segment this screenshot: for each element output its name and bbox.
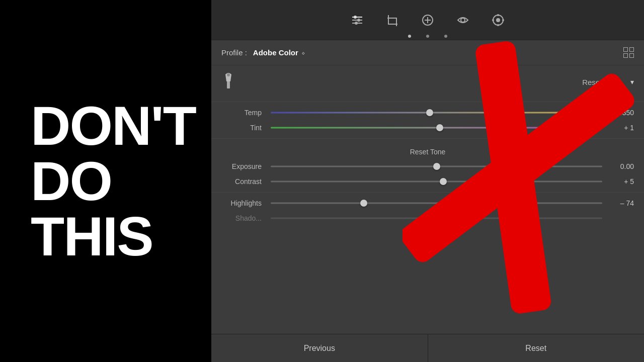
contrast-value: + 5 <box>611 177 634 186</box>
main-content: Profile : Adobe Color ⬦ <box>211 40 644 334</box>
highlights-divider <box>211 192 644 193</box>
profile-select[interactable]: Adobe Color ⬦ <box>253 48 305 57</box>
svg-rect-16 <box>227 81 230 88</box>
adjustments-icon[interactable] <box>347 10 367 30</box>
reset-button[interactable]: Reset <box>428 334 645 362</box>
tint-slider-track[interactable] <box>271 127 602 129</box>
grid-sq-2 <box>629 47 634 52</box>
grid-sq-3 <box>623 53 628 58</box>
dont-do-this-title: Don't Do This <box>16 98 196 264</box>
title-line3: This <box>31 209 196 264</box>
tint-row: Tint + 1 <box>211 120 644 135</box>
white-balance-row: Reset WB : ▾ <box>211 65 644 99</box>
shadows-label: Shado... <box>221 214 262 222</box>
presets-icon[interactable] <box>488 10 508 30</box>
contrast-slider-track[interactable] <box>271 180 602 183</box>
svg-point-14 <box>492 19 494 21</box>
previous-button[interactable]: Previous <box>211 334 428 362</box>
svg-point-1 <box>354 16 357 19</box>
svg-point-5 <box>355 22 358 25</box>
grid-sq-4 <box>629 53 634 58</box>
contrast-label: Contrast <box>221 177 262 186</box>
svg-point-15 <box>502 19 504 21</box>
profile-value: Adobe Color <box>253 48 298 57</box>
grid-squares <box>623 47 634 58</box>
temp-track-fill <box>271 112 602 114</box>
shadows-slider-thumb[interactable] <box>433 215 440 222</box>
contrast-row: Contrast + 5 <box>211 174 644 189</box>
highlights-value: – 74 <box>611 199 634 207</box>
svg-point-9 <box>461 18 465 22</box>
grid-sq-1 <box>623 47 628 52</box>
wb-divider <box>211 102 644 102</box>
toolbar-dots <box>211 35 644 38</box>
scroll-indicator: ▾ <box>211 226 644 235</box>
toolbar-dot-3 <box>444 35 447 38</box>
toolbar-dot-1 <box>408 35 411 38</box>
redeye-icon[interactable] <box>453 10 473 30</box>
profile-label: Profile : <box>221 48 247 57</box>
temp-slider-track[interactable] <box>271 112 602 114</box>
right-panel: Profile : Adobe Color ⬦ <box>211 0 644 362</box>
svg-point-13 <box>497 24 499 26</box>
tone-section-header[interactable]: Reset Tone <box>211 142 644 159</box>
title-line1: Don't <box>31 98 196 153</box>
temp-row: Temp 5350 <box>211 105 644 120</box>
tone-divider <box>211 138 644 139</box>
wb-dropdown[interactable]: ▾ <box>630 78 634 86</box>
left-panel: Don't Do This <box>0 0 211 362</box>
svg-point-3 <box>357 19 360 22</box>
healing-icon[interactable] <box>418 10 438 30</box>
highlights-row: Highlights – 74 <box>211 196 644 211</box>
bottom-bar: Previous Reset <box>211 334 644 362</box>
exposure-label: Exposure <box>221 162 262 170</box>
highlights-label: Highlights <box>221 199 262 207</box>
wb-label: Reset WB : <box>582 78 620 86</box>
tint-slider-thumb[interactable] <box>436 124 443 131</box>
profile-row: Profile : Adobe Color ⬦ <box>211 40 644 65</box>
profile-dropdown-arrow: ⬦ <box>301 49 305 56</box>
highlights-slider-thumb[interactable] <box>360 200 367 207</box>
contrast-track-fill <box>271 181 602 183</box>
svg-point-17 <box>227 73 230 76</box>
exposure-slider-thumb[interactable] <box>433 163 440 170</box>
toolbar-dot-2 <box>426 35 429 38</box>
tint-label: Tint <box>221 124 262 132</box>
highlights-track-fill <box>271 203 602 204</box>
temp-value: 5350 <box>611 109 634 117</box>
shadows-slider-track[interactable] <box>271 217 602 219</box>
profile-grid-icon[interactable] <box>623 47 634 58</box>
shadows-row: Shado... <box>211 211 644 226</box>
svg-point-11 <box>496 18 500 22</box>
crop-icon[interactable] <box>382 10 403 30</box>
toolbar <box>211 0 644 40</box>
exposure-value: 0.00 <box>611 162 634 170</box>
title-line2: Do <box>31 153 196 209</box>
eyedropper-icon[interactable] <box>221 71 235 93</box>
tint-value: + 1 <box>611 124 634 132</box>
exposure-row: Exposure 0.00 <box>211 159 644 174</box>
highlights-slider-track[interactable] <box>271 202 602 204</box>
temp-label: Temp <box>221 109 262 117</box>
contrast-slider-thumb[interactable] <box>440 178 447 185</box>
temp-slider-thumb[interactable] <box>426 109 433 116</box>
svg-point-12 <box>497 14 499 16</box>
exposure-slider-track[interactable] <box>271 165 602 167</box>
